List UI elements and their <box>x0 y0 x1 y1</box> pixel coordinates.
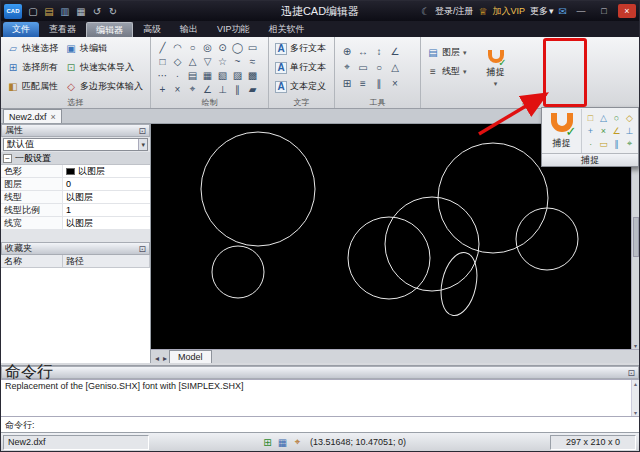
chevron-down-icon[interactable]: ▾ <box>138 139 147 150</box>
print-icon[interactable]: ▦ <box>73 3 89 19</box>
history-scrollbar[interactable]: ▴ ▾ <box>631 380 639 416</box>
snap-mode-icon[interactable]: □ <box>584 111 597 124</box>
snap-mode-icon[interactable]: ∠ <box>610 124 623 137</box>
snap-mode-icon[interactable]: + <box>584 124 597 137</box>
tool-icon[interactable]: × <box>387 75 403 91</box>
tab-related[interactable]: 相关软件 <box>260 22 314 37</box>
draw-tool-icon[interactable]: ∥ <box>230 82 245 96</box>
draw-tool-icon[interactable]: □ <box>155 54 170 68</box>
selection-item-select-all[interactable]: ⊞选择所有 <box>5 61 61 74</box>
draw-tool-icon[interactable]: × <box>170 82 185 96</box>
tab-scroll-left-icon[interactable]: ◂ <box>153 354 161 363</box>
snap-popup-button[interactable]: ✓ 捕捉 <box>542 109 582 153</box>
selection-item-quick-entity-import[interactable]: ⊡快速实体导入 <box>63 61 146 74</box>
minimize-button[interactable]: — <box>572 4 590 18</box>
feedback-icon[interactable]: ✉ <box>559 6 567 17</box>
drawn-circle[interactable] <box>348 217 430 299</box>
tab-advanced[interactable]: 高级 <box>134 22 170 37</box>
draw-tool-icon[interactable]: ▧ <box>215 68 230 82</box>
scrollbar-thumb[interactable] <box>633 217 639 257</box>
draw-tool-icon[interactable]: ▤ <box>185 68 200 82</box>
draw-tool-icon[interactable]: ▭ <box>245 40 260 54</box>
draw-tool-icon[interactable]: ⌖ <box>185 82 200 96</box>
favorites-list[interactable] <box>1 268 150 363</box>
draw-tool-icon[interactable]: ☆ <box>215 54 230 68</box>
property-row[interactable]: 色彩以图层 <box>1 165 150 178</box>
snap-mode-icon[interactable]: ∥ <box>610 137 623 150</box>
tab-output[interactable]: 输出 <box>171 22 207 37</box>
draw-tool-icon[interactable]: ∠ <box>200 82 215 96</box>
draw-tool-icon[interactable]: ○ <box>185 40 200 54</box>
property-row[interactable]: 线型以图层 <box>1 191 150 204</box>
command-history[interactable]: Replacement of the [Geniso.SHX] font wit… <box>1 379 639 417</box>
tool-icon[interactable]: ▭ <box>355 59 371 75</box>
snap-mode-icon[interactable]: △ <box>597 111 610 124</box>
login-register-button[interactable]: 登录/注册 <box>435 5 474 18</box>
favorites-col-name[interactable]: 名称 <box>1 255 63 267</box>
edit-item-layer[interactable]: ▤图层▾ <box>425 46 469 59</box>
selection-item-match-properties[interactable]: ◧匹配属性 <box>5 80 61 93</box>
selection-item-block-edit[interactable]: ▣块编辑 <box>63 42 146 55</box>
draw-tool-icon[interactable]: + <box>155 82 170 96</box>
scroll-down-icon[interactable]: ▾ <box>634 409 637 416</box>
drawn-circle[interactable] <box>212 246 264 298</box>
tool-icon[interactable]: ⊕ <box>339 43 355 59</box>
open-file-icon[interactable]: ▤ <box>41 3 57 19</box>
close-button[interactable]: × <box>618 4 636 18</box>
model-tab[interactable]: Model <box>169 350 212 363</box>
tool-icon[interactable]: ⊞ <box>339 75 355 91</box>
draw-tool-icon[interactable]: ▽ <box>200 54 215 68</box>
snap-mode-icon[interactable]: × <box>597 124 610 137</box>
draw-tool-icon[interactable]: ◯ <box>230 40 245 54</box>
draw-tool-icon[interactable]: ▰ <box>245 82 260 96</box>
property-value[interactable]: 0 <box>63 178 150 190</box>
grid-status-icon[interactable]: ▦ <box>276 436 289 449</box>
property-row[interactable]: 线型比例1 <box>1 204 150 217</box>
draw-tool-icon[interactable]: ⊥ <box>215 82 230 96</box>
pin-icon[interactable]: ⊡ <box>138 244 146 254</box>
new-file-icon[interactable]: ▢ <box>25 3 41 19</box>
selection-item-quick-select[interactable]: ▱快速选择 <box>5 42 61 55</box>
tool-icon[interactable]: ⌖ <box>339 59 355 75</box>
text-item-multiline-text[interactable]: A多行文本 <box>273 42 330 55</box>
draw-tool-icon[interactable]: ▦ <box>200 68 215 82</box>
draw-tool-icon[interactable]: ╱ <box>155 40 170 54</box>
maximize-button[interactable]: □ <box>595 4 613 18</box>
property-value[interactable]: 以图层 <box>63 165 150 177</box>
drawn-circle[interactable] <box>438 143 548 253</box>
snap-mode-icon[interactable]: ∙ <box>584 137 597 150</box>
edit-item-linetype[interactable]: ≡线型▾ <box>425 65 469 78</box>
favorites-col-path[interactable]: 路径 <box>63 255 150 267</box>
draw-tool-icon[interactable]: ~ <box>230 54 245 68</box>
document-tab[interactable]: New2.dxf × <box>3 109 62 123</box>
snap-button[interactable]: ✓ 捕捉 ▾ <box>477 39 515 97</box>
command-input[interactable] <box>39 419 635 432</box>
draw-tool-icon[interactable]: ∙ <box>170 68 185 82</box>
tool-icon[interactable]: ↔ <box>355 43 371 59</box>
tab-close-icon[interactable]: × <box>51 112 56 122</box>
join-vip-button[interactable]: 加入VIP <box>493 5 526 18</box>
undo-icon[interactable]: ↺ <box>89 3 105 19</box>
pin-icon[interactable]: ⊡ <box>627 368 635 378</box>
draw-tool-icon[interactable]: ◎ <box>200 40 215 54</box>
snap-mode-icon[interactable]: ⌖ <box>623 137 636 150</box>
selection-item-polygon-entity-input[interactable]: ◇多边形实体输入 <box>63 80 146 93</box>
draw-tool-icon[interactable]: ◇ <box>170 54 185 68</box>
snap-mode-icon[interactable]: ⊥ <box>623 124 636 137</box>
tab-vip[interactable]: VIP功能 <box>208 22 259 37</box>
redo-icon[interactable]: ↻ <box>105 3 121 19</box>
tab-file[interactable]: 文件 <box>3 22 39 37</box>
tool-icon[interactable]: ≡ <box>355 75 371 91</box>
preset-select[interactable]: 默认值 ▾ <box>3 138 148 151</box>
tab-viewer[interactable]: 查看器 <box>40 22 85 37</box>
scroll-down-icon[interactable]: ▾ <box>634 342 637 349</box>
draw-tool-icon[interactable]: ◠ <box>170 40 185 54</box>
draw-tool-icon[interactable]: ⊙ <box>215 40 230 54</box>
draw-tool-icon[interactable]: ▨ <box>230 68 245 82</box>
scroll-up-icon[interactable]: ▴ <box>634 380 637 387</box>
draw-tool-icon[interactable]: ≈ <box>245 54 260 68</box>
text-item-singleline-text[interactable]: A单行文本 <box>273 61 330 74</box>
property-section[interactable]: − 一般设置 <box>1 152 150 165</box>
more-button[interactable]: 更多▾ <box>530 5 554 18</box>
drawn-circle[interactable] <box>201 132 315 246</box>
